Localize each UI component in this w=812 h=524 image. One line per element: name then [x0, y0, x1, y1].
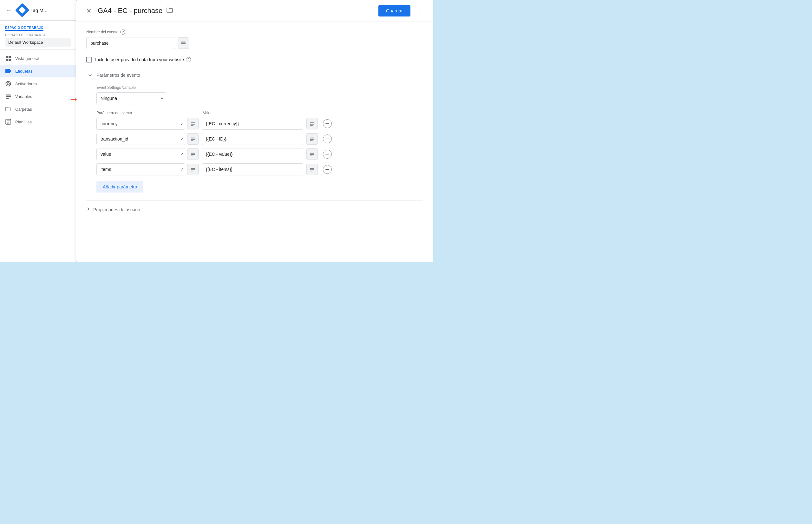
value-col-header: Valor: [203, 111, 212, 115]
folder-icon[interactable]: [166, 7, 173, 15]
svg-rect-30: [310, 140, 313, 141]
svg-rect-21: [310, 122, 314, 124]
checkbox-row: Include user-provided data from your web…: [86, 57, 423, 63]
back-button[interactable]: ←: [4, 5, 14, 15]
red-arrow-icon: →: [68, 93, 79, 105]
checkbox-help-icon[interactable]: ?: [186, 57, 191, 62]
param-input-wrapper-items: ✓: [96, 163, 199, 176]
svg-rect-27: [191, 140, 194, 141]
logo-icon: [15, 3, 29, 17]
svg-rect-43: [310, 169, 314, 170]
svg-rect-36: [310, 154, 314, 155]
param-col-header: Parámetro de evento: [96, 111, 198, 115]
remove-param-button-value[interactable]: [323, 150, 332, 159]
svg-rect-28: [310, 138, 314, 138]
svg-rect-13: [7, 122, 9, 122]
svg-rect-15: [181, 42, 185, 43]
sidebar-item-tags[interactable]: Etiquetas: [0, 65, 76, 77]
param-row-items: ✓: [96, 163, 423, 176]
param-check-icon-transaction-id: ✓: [180, 136, 184, 142]
svg-rect-0: [6, 56, 8, 58]
panel-content: Nombre del evento ? Inclu: [76, 22, 433, 262]
svg-rect-35: [310, 153, 314, 154]
header-right: Guardar ⋮: [378, 5, 426, 16]
params-section-content: Event Settings Variable Ninguna ▾ Paráme…: [86, 85, 423, 193]
sidebar-item-tags-label: Etiquetas: [15, 69, 32, 73]
event-settings-select[interactable]: Ninguna: [96, 92, 166, 104]
sidebar-item-triggers[interactable]: Activadores: [0, 77, 76, 90]
param-variable-btn-currency[interactable]: [187, 118, 199, 129]
param-variable-btn-transaction-id[interactable]: [187, 133, 199, 145]
parameter-rows: ✓: [96, 118, 423, 176]
svg-rect-25: [191, 138, 195, 138]
remove-param-button-items[interactable]: [323, 165, 332, 174]
value-variable-btn-value[interactable]: [306, 148, 318, 160]
svg-rect-42: [310, 168, 314, 169]
param-value-input-transaction-id[interactable]: [202, 133, 303, 145]
event-name-group: Nombre del evento ?: [86, 30, 423, 49]
param-name-input-transaction-id[interactable]: [96, 133, 185, 145]
svg-point-7: [7, 83, 10, 85]
svg-rect-14: [7, 123, 9, 124]
svg-rect-33: [191, 154, 195, 155]
user-data-checkbox[interactable]: [86, 57, 92, 63]
panel-title: GA4 - EC - purchase: [98, 7, 162, 15]
svg-rect-20: [191, 125, 194, 126]
param-name-input-items[interactable]: [96, 163, 185, 176]
event-settings-label: Event Settings Variable: [96, 85, 423, 90]
remove-param-button-currency[interactable]: [323, 119, 332, 128]
event-name-label: Nombre del evento ?: [86, 30, 423, 35]
svg-rect-37: [310, 155, 313, 156]
param-value-input-value[interactable]: [202, 148, 303, 160]
event-name-input[interactable]: [86, 37, 175, 49]
svg-rect-3: [9, 59, 11, 61]
svg-rect-5: [10, 70, 11, 72]
param-input-wrapper-currency: ✓: [96, 118, 199, 130]
workspace-tab[interactable]: Espacio de trabajo: [5, 26, 44, 31]
svg-rect-9: [6, 96, 11, 97]
sidebar-item-variables-label: Variables: [15, 94, 32, 99]
add-param-button[interactable]: Añadir parámetro: [96, 181, 143, 193]
svg-rect-39: [191, 168, 195, 169]
sidebar-header: ← Tag M...: [0, 0, 76, 21]
sidebar-item-variables[interactable]: Variables: [0, 90, 76, 103]
user-props-title: Propiedades de usuario: [93, 207, 140, 212]
event-settings-select-wrapper: Ninguna ▾: [96, 92, 166, 104]
svg-rect-34: [191, 155, 194, 156]
param-check-icon-value: ✓: [180, 152, 184, 157]
user-props-chevron[interactable]: [86, 207, 91, 213]
params-section-title: Parámetros de evento: [96, 72, 140, 78]
params-chevron[interactable]: [86, 71, 94, 79]
param-variable-btn-items[interactable]: [187, 164, 199, 175]
remove-param-button-transaction-id[interactable]: [323, 134, 332, 143]
param-name-input-value[interactable]: [96, 148, 185, 160]
arrow-indicator: →: [68, 93, 79, 105]
save-button[interactable]: Guardar: [378, 5, 411, 16]
sidebar-item-templates[interactable]: Plantillas: [0, 115, 76, 128]
close-button[interactable]: ✕: [84, 6, 94, 16]
param-value-input-currency[interactable]: [202, 118, 303, 130]
param-variable-btn-value[interactable]: [187, 148, 199, 160]
param-row-value: ✓: [96, 148, 423, 160]
sidebar-item-templates-label: Plantillas: [15, 119, 32, 124]
workspace-section-label: ESPACIO DE TRABAJO A: [5, 33, 71, 37]
sidebar-item-overview[interactable]: Vista general: [0, 52, 76, 65]
event-name-variable-button[interactable]: [178, 37, 189, 49]
value-variable-btn-items[interactable]: [306, 164, 318, 175]
more-button[interactable]: ⋮: [414, 5, 426, 16]
param-value-input-items[interactable]: [202, 163, 303, 176]
svg-rect-22: [310, 124, 314, 125]
event-name-help-icon[interactable]: ?: [120, 30, 125, 35]
svg-rect-16: [181, 43, 185, 44]
sidebar-item-triggers-label: Activadores: [15, 82, 37, 86]
user-props-section: Propiedades de usuario: [86, 200, 423, 213]
param-row-currency: ✓: [96, 118, 423, 130]
param-name-input-currency[interactable]: [96, 118, 185, 130]
svg-point-6: [6, 82, 11, 86]
sidebar: ← Tag M... Espacio de trabajo ESPACIO DE…: [0, 0, 76, 262]
value-variable-btn-currency[interactable]: [306, 118, 318, 129]
value-variable-btn-transaction-id[interactable]: [306, 133, 318, 145]
sidebar-item-overview-label: Vista general: [15, 56, 39, 61]
close-icon: ✕: [86, 7, 92, 15]
sidebar-item-folders[interactable]: Carpetas: [0, 103, 76, 115]
